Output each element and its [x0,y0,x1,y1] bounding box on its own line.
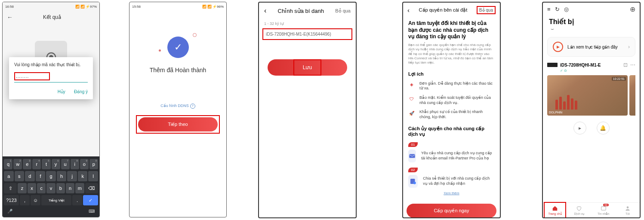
key-u[interactable]: u7 [61,159,70,169]
grant-button[interactable]: Cấp quyền ngay [407,204,496,218]
next-highlight: Tiếp theo [136,115,220,134]
key-q[interactable]: q1 [4,159,12,169]
ok-button[interactable]: Đồng ý [74,89,88,94]
history-icon[interactable]: ↻ [555,6,560,12]
playback-controls: ▸ 🔔 [547,122,635,134]
key-v[interactable]: v [46,183,55,193]
key-r[interactable]: r4 [32,159,41,169]
more-icon[interactable]: ⋯ [630,62,635,68]
share-icon [408,175,418,188]
phone-4: ‹ Cấp quyền bên cài đặt Bỏ qua An tâm tu… [402,2,501,218]
key-b[interactable]: b [56,183,65,193]
key-g[interactable]: g [46,171,56,181]
add-icon[interactable]: ⊕ [630,5,635,13]
save-button[interactable]: Lưu [268,59,347,76]
key-enter[interactable]: ✓ [83,195,98,205]
phone-1: 16:58 📶 📶 ⚡97% ← Kết quả Vui lòng nhập m… [2,2,100,217]
recent-views[interactable]: ▶ Lần xem trực tiếp gần đây › [547,37,635,57]
nav-service[interactable]: Dịch vụ [567,203,591,217]
step-2-text: Chia sẻ thiết bị với nhà cung cấp dịch v… [423,176,495,186]
email-icon [408,150,416,162]
key-shift[interactable]: ⇧ [4,183,17,193]
recent-label: Lần xem trực tiếp gần đây [567,45,618,49]
nav-message[interactable]: 99 Tin nhắn [592,203,616,217]
key-h[interactable]: h [57,171,67,181]
message-badge: 99 [603,204,609,206]
success-title: Thêm đã Hoàn thành [129,67,226,73]
keyboard[interactable]: q1 w2 e3 r4 t5 y6 u7 i8 o9 p0 a s d f g … [3,156,99,217]
header: ← Kết quả [3,11,99,24]
bell-icon[interactable]: 🔔 [597,122,610,134]
key-p[interactable]: p0 [89,159,98,169]
shield-icon: 🛡 [408,95,415,102]
key-e[interactable]: e3 [23,159,31,169]
svg-rect-2 [409,154,415,158]
camera-preview[interactable]: 10:22:51 DOLPHIN [547,75,628,116]
svg-rect-5 [601,207,606,210]
skip-button[interactable]: Bỏ qua [335,8,351,14]
back-icon[interactable]: ← [7,14,13,21]
ddns-link[interactable]: Cấu hình DDNS? [129,104,226,109]
key-backspace[interactable]: ⌫ [85,183,98,193]
key-m[interactable]: m [75,183,84,193]
content: Thêm đã Hoàn thành Cấu hình DDNS? Tiếp t… [129,11,226,134]
alias-input[interactable]: iDS-7208HQHI-M1-E(K15644496) [266,32,349,37]
key-f[interactable]: f [36,171,46,181]
skip-button[interactable]: Bỏ qua [477,6,496,14]
success-check-icon [167,37,189,58]
kb-collapse-icon[interactable]: ⌨ [89,209,95,214]
page-title: Cấp quyền bên cài đặt [419,7,468,13]
cancel-button[interactable]: Hủy [58,89,65,94]
benefit-3: Khắc phục sự cố của thiết bị nhanh chóng… [419,110,495,119]
more-link[interactable]: Xem thêm [408,191,495,195]
key-comma[interactable]: , [20,195,30,205]
key-a[interactable]: a [4,171,14,181]
save-highlight [293,59,321,76]
nav-home[interactable]: Trang chủ [543,203,567,217]
status-bar: 15:58 📶 📶 ⚡96% [129,2,226,11]
code-input[interactable]: ........ [16,74,48,79]
input-hint: 1 - 32 ký tự [259,19,356,28]
scan-icon[interactable]: ◎ [564,6,569,12]
verification-dialog: Vui lòng nhập mã xác thực thiết bị. ....… [9,57,93,99]
title-underline: ⌣ [543,26,640,32]
key-period[interactable]: . [72,195,82,205]
mic-icon[interactable]: 🎤 [7,209,12,214]
key-s[interactable]: s [15,171,25,181]
key-y[interactable]: y6 [52,159,60,169]
nav-me[interactable]: Tôi [616,203,640,217]
key-n[interactable]: n [66,183,74,193]
back-icon[interactable]: ‹ [407,6,410,14]
key-t[interactable]: t5 [42,159,50,169]
key-l[interactable]: l [88,171,98,181]
key-x[interactable]: x [28,183,36,193]
headline: An tâm tuyệt đối khi thiết bị của bạn đư… [408,20,495,40]
key-d[interactable]: d [25,171,35,181]
key-k[interactable]: k [78,171,88,181]
key-emoji[interactable]: ☺ [31,195,40,205]
step-1-badge: 01 [408,142,418,147]
page-title: Chỉnh sửa bí danh [278,8,324,14]
key-space[interactable]: Tiếng Việt [41,195,71,205]
dialog-actions: Hủy Đồng ý [14,89,88,94]
key-j[interactable]: j [67,171,77,181]
help-icon[interactable]: ? [190,104,195,109]
playback-icon[interactable]: ▸ [573,122,586,134]
next-button[interactable]: Tiếp theo [138,117,218,131]
back-icon[interactable]: ‹ [264,7,266,15]
device-header[interactable]: iDS-7208HQHI-M1-E ⊡ ⋯ [547,62,635,68]
top-bar: ≡ ↻ ◎ ⊕ [543,3,640,16]
key-z[interactable]: z [18,183,26,193]
camera-preview-next[interactable] [629,75,635,116]
key-o[interactable]: o9 [80,159,89,169]
key-symbols[interactable]: ?123 [4,195,19,205]
key-c[interactable]: c [37,183,46,193]
key-w[interactable]: w2 [13,159,22,169]
key-i[interactable]: i8 [71,159,79,169]
page-title: Kết quả [43,14,61,20]
phone-2: 15:58 📶 📶 ⚡96% Thêm đã Hoàn thành Cấu hì… [129,2,227,217]
monitor-icon[interactable]: ⊡ [623,62,628,68]
device-status: ✓ ⊙ [547,69,635,73]
menu-icon[interactable]: ≡ [547,6,551,12]
input-underline [14,82,88,82]
